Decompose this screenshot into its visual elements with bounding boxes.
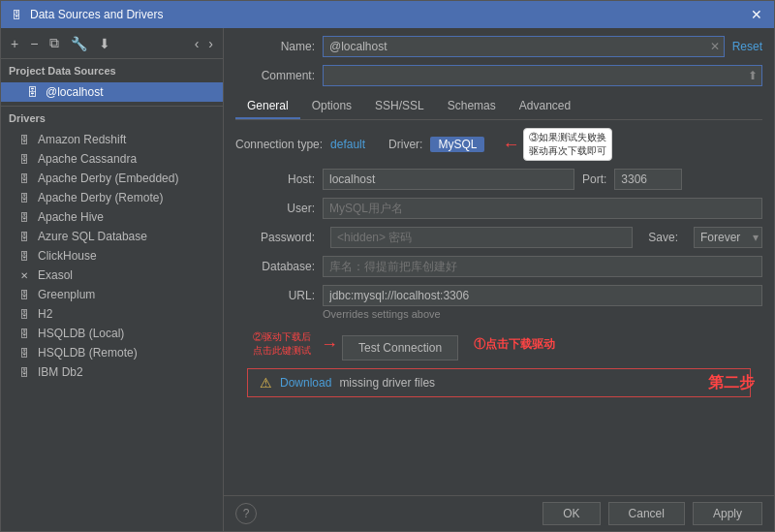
warning-text: missing driver files [339, 376, 435, 390]
cancel-button[interactable]: Cancel [608, 502, 685, 525]
copy-datasource-button[interactable]: ⧉ [46, 33, 63, 53]
ok-button[interactable]: OK [542, 502, 600, 525]
app-icon: 🗄 [9, 7, 24, 22]
host-label: Host: [235, 172, 323, 186]
driver-azure-sql[interactable]: 🗄 Azure SQL Database [1, 227, 223, 246]
left-panel: + − ⧉ 🔧 ⬇ ‹ › Project Data Sources 🗄 @lo… [1, 28, 224, 531]
tab-schemas[interactable]: Schemas [436, 94, 508, 119]
step-two-label: 第二步 [708, 373, 755, 393]
tab-general[interactable]: General [235, 94, 300, 119]
annotation3-area: ← ③如果测试失败换驱动再次下载即可 [502, 128, 612, 161]
hsqldb-local-icon: 🗄 [16, 326, 32, 341]
driver-label: Driver: [388, 138, 422, 151]
datasource-icon: 🗄 [24, 86, 40, 98]
host-input[interactable] [323, 169, 574, 190]
driver-badge[interactable]: MySQL [430, 137, 484, 152]
test-connection-area: ②驱动下载后 点击此键测试 → Test Connection ①点击下载驱动 [235, 328, 762, 360]
database-input[interactable] [323, 256, 762, 277]
url-row: URL: [235, 285, 762, 306]
hsqldb-remote-icon: 🗄 [16, 345, 32, 360]
comment-expand-icon[interactable]: ⬆ [744, 69, 761, 82]
url-hint: Overrides settings above [323, 308, 762, 320]
apache-hive-icon: 🗄 [16, 209, 32, 225]
bottom-bar: ? OK Cancel Apply [224, 495, 774, 531]
right-panel: Name: ✕ Reset Comment: ⬆ [224, 28, 774, 531]
forward-button[interactable]: › [204, 34, 217, 53]
annotation1: ①点击下载驱动 [474, 336, 555, 353]
url-label: URL: [235, 289, 323, 302]
drivers-section: Drivers 🗄 Amazon Redshift 🗄 Apache Cassa… [1, 107, 223, 531]
datasource-localhost[interactable]: 🗄 @localhost [1, 82, 223, 102]
driver-h2[interactable]: 🗄 H2 [1, 304, 223, 324]
comment-input[interactable] [324, 66, 744, 85]
azure-sql-icon: 🗄 [16, 229, 32, 244]
driver-clickhouse[interactable]: 🗄 ClickHouse [1, 246, 223, 266]
password-input[interactable] [330, 227, 633, 248]
save-dropdown[interactable]: Forever Session Never [694, 227, 762, 248]
annotation2-arrow: → [321, 334, 338, 355]
ibm-db2-icon: 🗄 [16, 364, 32, 380]
apache-derby-remote-icon: 🗄 [16, 190, 32, 205]
driver-hsqldb-local[interactable]: 🗄 HSQLDB (Local) [1, 324, 223, 343]
name-label: Name: [235, 40, 323, 53]
database-row: Database: [235, 256, 762, 277]
driver-apache-cassandra[interactable]: 🗄 Apache Cassandra [1, 149, 223, 169]
annotation2: ②驱动下载后 点击此键测试 [243, 330, 321, 358]
tabs-bar: General Options SSH/SSL Schemas Advanced [235, 94, 762, 120]
url-input[interactable] [323, 285, 762, 306]
password-row: Password: Save: Forever Session Never [235, 227, 762, 248]
drivers-section-header: Drivers [1, 107, 223, 130]
driver-exasol[interactable]: ✕ Exasol [1, 266, 223, 285]
host-row: Host: Port: [235, 169, 762, 190]
warning-area: ⚠ Download missing driver files 第二步 [235, 368, 762, 397]
user-row: User: [235, 198, 762, 219]
title-bar: 🗄 Data Sources and Drivers ✕ [1, 1, 774, 28]
port-input[interactable] [614, 169, 682, 190]
driver-apache-derby-embedded[interactable]: 🗄 Apache Derby (Embedded) [1, 169, 223, 188]
project-section: Project Data Sources 🗄 @localhost [1, 59, 223, 107]
driver-apache-derby-remote[interactable]: 🗄 Apache Derby (Remote) [1, 188, 223, 207]
edit-datasource-button[interactable]: 🔧 [67, 34, 91, 53]
comment-row: Comment: ⬆ [235, 65, 762, 86]
driver-hsqldb-remote[interactable]: 🗄 HSQLDB (Remote) [1, 343, 223, 362]
back-button[interactable]: ‹ [191, 34, 203, 53]
driver-ibm-db2[interactable]: 🗄 IBM Db2 [1, 362, 223, 382]
annotation3-bubble: ③如果测试失败换驱动再次下载即可 [523, 128, 612, 161]
apache-cassandra-icon: 🗄 [16, 151, 32, 167]
datasource-label: @localhost [46, 85, 104, 99]
nav-arrows: ‹ › [191, 34, 217, 53]
port-label: Port: [574, 172, 614, 186]
exasol-icon: ✕ [16, 267, 32, 283]
help-button[interactable]: ? [235, 503, 257, 524]
import-datasource-button[interactable]: ⬇ [95, 34, 114, 53]
user-label: User: [235, 202, 323, 215]
add-datasource-button[interactable]: + [7, 34, 22, 53]
tab-options[interactable]: Options [300, 94, 363, 119]
apply-button[interactable]: Apply [693, 502, 762, 525]
tab-ssh-ssl[interactable]: SSH/SSL [363, 94, 436, 119]
driver-amazon-redshift[interactable]: 🗄 Amazon Redshift [1, 130, 223, 149]
download-link[interactable]: Download [280, 376, 331, 390]
apache-derby-embedded-icon: 🗄 [16, 171, 32, 186]
name-row: Name: ✕ Reset [235, 36, 762, 57]
user-input[interactable] [323, 198, 762, 219]
driver-greenplum[interactable]: 🗄 Greenplum [1, 285, 223, 304]
name-input[interactable] [324, 37, 706, 56]
greenplum-icon: 🗄 [16, 287, 32, 302]
main-content: + − ⧉ 🔧 ⬇ ‹ › Project Data Sources 🗄 @lo… [1, 28, 774, 531]
name-clear-icon[interactable]: ✕ [706, 40, 724, 53]
comment-input-wrapper: ⬆ [323, 65, 762, 86]
connection-type-row: Connection type: default Driver: MySQL ←… [235, 128, 762, 161]
form-area: Name: ✕ Reset Comment: ⬆ [224, 28, 774, 495]
save-label: Save: [640, 231, 686, 244]
test-connection-button[interactable]: Test Connection [342, 335, 458, 360]
warning-banner: ⚠ Download missing driver files [247, 368, 751, 397]
remove-datasource-button[interactable]: − [26, 34, 42, 53]
name-input-wrapper: ✕ [323, 36, 725, 57]
reset-link[interactable]: Reset [732, 40, 762, 53]
tab-advanced[interactable]: Advanced [508, 94, 582, 119]
close-button[interactable]: ✕ [747, 7, 766, 22]
dialog-window: 🗄 Data Sources and Drivers ✕ + − ⧉ 🔧 ⬇ ‹… [0, 0, 775, 532]
dialog-title: Data Sources and Drivers [30, 8, 747, 21]
driver-apache-hive[interactable]: 🗄 Apache Hive [1, 207, 223, 227]
